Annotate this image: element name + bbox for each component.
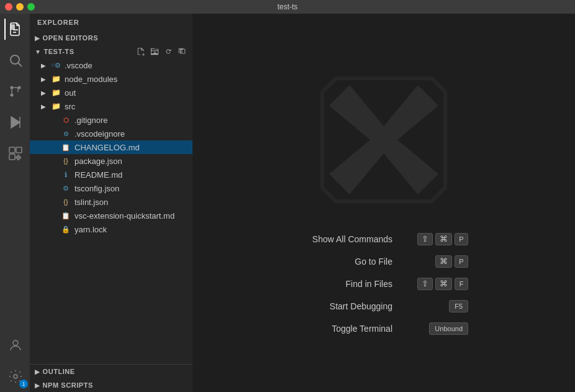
vscode-folder[interactable]: ▶ ⚙ .vscode	[30, 58, 192, 72]
test-ts-label: TEST-TS	[43, 48, 74, 55]
svg-point-8	[11, 94, 14, 97]
go-to-file-keys: ⌘ P	[435, 255, 468, 268]
outline-arrow: ▶	[35, 368, 40, 375]
key-unbound: Unbound	[429, 322, 468, 335]
start-debugging-label: Start Debugging	[299, 301, 392, 311]
tslint-file[interactable]: ▶ {} tslint.json	[30, 195, 192, 209]
readme-icon: ℹ	[61, 170, 71, 180]
outline-label: Outline	[43, 368, 75, 375]
svg-marker-9	[11, 117, 20, 128]
find-in-files-keys: ⇧ ⌘ F	[417, 278, 468, 290]
test-ts-actions	[135, 46, 188, 57]
npm-scripts-label: NPM Scripts	[43, 381, 93, 389]
readme-name: README.md	[75, 170, 122, 180]
shortcut-start-debugging: Start Debugging F5	[299, 300, 468, 312]
yarn-lock-name: yarn.lock	[75, 225, 107, 234]
toggle-terminal-keys: Unbound	[429, 322, 468, 335]
traffic-lights	[5, 3, 35, 11]
open-editors-label: Open Editors	[43, 34, 99, 42]
go-to-file-label: Go to File	[299, 257, 392, 267]
changelog-file[interactable]: ▶ 📋 CHANGELOG.md	[30, 140, 192, 154]
src-icon: 📁	[51, 101, 61, 111]
vsc-quickstart-name: vsc-extension-quickstart.md	[75, 211, 174, 221]
title-bar: test-ts	[0, 0, 575, 14]
readme-file[interactable]: ▶ ℹ README.md	[30, 168, 192, 181]
shortcut-show-all-commands: Show All Commands ⇧ ⌘ P	[299, 233, 468, 245]
shortcut-toggle-terminal: Toggle Terminal Unbound	[299, 322, 468, 335]
gitignore-icon: ⬡	[61, 115, 71, 125]
node-modules-icon: 📁	[51, 74, 61, 84]
changelog-icon: 📋	[61, 142, 71, 152]
settings-badge-container: 1	[4, 366, 25, 387]
new-file-button[interactable]	[135, 46, 147, 57]
key-p: P	[455, 233, 468, 245]
collapse-all-button[interactable]	[176, 46, 188, 57]
package-json-file[interactable]: ▶ {} package.json	[30, 154, 192, 168]
vsc-quickstart-file[interactable]: ▶ 📋 vsc-extension-quickstart.md	[30, 209, 192, 222]
shortcut-go-to-file: Go to File ⌘ P	[299, 255, 468, 268]
source-control-activity-icon[interactable]	[4, 81, 25, 102]
vscode-folder-name: .vscode	[65, 61, 93, 70]
shortcuts-panel: Show All Commands ⇧ ⌘ P Go to File ⌘ P F…	[299, 233, 468, 335]
gitignore-name: .gitignore	[75, 116, 107, 125]
toggle-terminal-label: Toggle Terminal	[299, 324, 392, 334]
open-editors-section[interactable]: ▶ Open Editors	[30, 31, 192, 45]
yarn-lock-file[interactable]: ▶ 🔒 yarn.lock	[30, 222, 192, 236]
explorer-activity-icon[interactable]	[4, 19, 25, 40]
key-cmd-3: ⌘	[435, 278, 452, 290]
tsconfig-name: tsconfig.json	[75, 184, 119, 193]
show-all-commands-keys: ⇧ ⌘ P	[417, 233, 468, 245]
file-tree: ▶ ⚙ .vscode ▶ 📁 node_modules ▶ 📁 out	[30, 58, 192, 364]
vsc-quickstart-icon: 📋	[61, 211, 71, 221]
svg-rect-12	[16, 147, 22, 153]
refresh-button[interactable]	[163, 46, 174, 57]
vscodeignore-icon: ⚙	[61, 129, 71, 139]
key-cmd-2: ⌘	[435, 255, 452, 268]
src-folder[interactable]: ▶ 📁 src	[30, 99, 192, 113]
sidebar-bottom: ▶ Outline ▶ NPM Scripts	[30, 364, 192, 392]
package-json-icon: {}	[61, 156, 71, 166]
out-name: out	[65, 88, 76, 98]
test-ts-arrow: ▼	[35, 48, 41, 55]
out-folder[interactable]: ▶ 📁 out	[30, 86, 192, 99]
changelog-name: CHANGELOG.md	[75, 143, 140, 152]
settings-badge: 1	[19, 380, 28, 388]
main-content: Show All Commands ⇧ ⌘ P Go to File ⌘ P F…	[192, 14, 575, 392]
find-in-files-label: Find in Files	[299, 279, 392, 289]
open-editors-arrow: ▶	[35, 35, 40, 42]
show-all-commands-label: Show All Commands	[299, 234, 392, 244]
tsconfig-file[interactable]: ▶ ⚙ tsconfig.json	[30, 181, 192, 195]
search-activity-icon[interactable]	[4, 50, 25, 71]
close-button[interactable]	[5, 3, 12, 11]
svg-point-4	[11, 55, 19, 64]
activity-bar: 1	[0, 14, 30, 392]
test-ts-section[interactable]: ▼ TEST-TS	[30, 45, 192, 58]
run-activity-icon[interactable]	[4, 112, 25, 133]
accounts-activity-icon[interactable]	[4, 335, 25, 356]
svg-rect-11	[9, 147, 15, 153]
vscodeignore-file[interactable]: ▶ ⚙ .vscodeignore	[30, 127, 192, 140]
key-f5: F5	[449, 300, 468, 312]
shortcut-find-in-files: Find in Files ⇧ ⌘ F	[299, 278, 468, 290]
vscode-folder-icon: ⚙	[51, 60, 61, 70]
vscodeignore-name: .vscodeignore	[75, 129, 125, 139]
window-title: test-ts	[278, 2, 298, 11]
activity-bar-bottom: 1	[4, 335, 25, 392]
svg-point-6	[11, 86, 14, 89]
outline-section[interactable]: ▶ Outline	[30, 365, 192, 378]
svg-rect-13	[9, 154, 15, 160]
svg-point-15	[14, 375, 17, 378]
key-cmd: ⌘	[435, 233, 452, 245]
new-folder-button[interactable]	[149, 46, 160, 57]
tsconfig-icon: ⚙	[61, 183, 71, 193]
node-modules-folder[interactable]: ▶ 📁 node_modules	[30, 72, 192, 86]
tslint-icon: {}	[61, 197, 71, 207]
gitignore-file[interactable]: ▶ ⬡ .gitignore	[30, 113, 192, 127]
maximize-button[interactable]	[27, 3, 35, 11]
node-modules-name: node_modules	[65, 75, 117, 84]
sidebar-header: Explorer	[30, 14, 192, 31]
yarn-lock-icon: 🔒	[61, 224, 71, 234]
extensions-activity-icon[interactable]	[4, 143, 25, 164]
npm-scripts-section[interactable]: ▶ NPM Scripts	[30, 378, 192, 392]
minimize-button[interactable]	[16, 3, 24, 11]
